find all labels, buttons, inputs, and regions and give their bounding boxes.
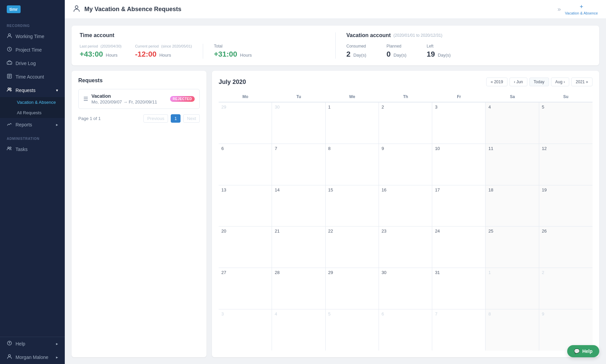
page-header: My Vacation & Absence Requests » + Vacat… (65, 0, 606, 19)
sidebar-item-project-time[interactable]: Project Time (0, 43, 65, 57)
calendar-day[interactable]: 26 (539, 226, 593, 268)
calendar-day[interactable]: 6 (219, 144, 272, 185)
last-period-block: Last period (2020/04/30) +43:00 Hours (80, 44, 121, 59)
calendar-day[interactable]: 2 (379, 102, 432, 144)
calendar-day[interactable]: 19 (539, 185, 593, 226)
next-month-button[interactable]: Aug › (551, 78, 570, 86)
calendar-day[interactable]: 23 (379, 226, 432, 268)
svg-rect-2 (7, 62, 12, 64)
svg-point-3 (8, 63, 9, 64)
calendar-day[interactable]: 9 (539, 309, 593, 351)
calendar-day[interactable]: 3 (219, 309, 272, 351)
request-menu-icon[interactable]: ☰ (83, 96, 88, 102)
calendar-day[interactable]: 29 (219, 102, 272, 144)
weekday-we: We (326, 92, 379, 102)
today-button[interactable]: Today (529, 78, 549, 86)
sidebar-item-vacation-absence[interactable]: Vacation & Absence (0, 97, 65, 108)
calendar-day[interactable]: 5 (326, 309, 379, 351)
calendar-day[interactable]: 4 (486, 102, 539, 144)
calendar-day[interactable]: 17 (432, 185, 486, 226)
calendar-day[interactable]: 7 (272, 144, 325, 185)
calendar-day[interactable]: 13 (219, 185, 272, 226)
calendar-day[interactable]: 25 (486, 226, 539, 268)
add-vacation-label: Vacation & Absence (565, 11, 598, 15)
calendar-day[interactable]: 1 (326, 102, 379, 144)
calendar-day[interactable]: 20 (219, 226, 272, 268)
current-page-button[interactable]: 1 (171, 114, 181, 123)
calendar-day[interactable]: 2 (539, 268, 593, 309)
calendar-day[interactable]: 18 (486, 185, 539, 226)
requests-chevron-icon: ▾ (56, 88, 58, 93)
calendar-day[interactable]: 4 (272, 309, 325, 351)
content-area: Time account Last period (2020/04/30) +4… (65, 19, 606, 364)
sidebar-item-drive-log[interactable]: Drive Log (0, 57, 65, 70)
header-actions: » + Vacation & Absence (557, 3, 598, 15)
sidebar-item-time-account-label: Time Account (16, 74, 44, 80)
expand-icon[interactable]: » (557, 6, 561, 13)
reports-chevron-icon: ▸ (56, 122, 58, 127)
sidebar-item-user-label: Morgan Malone (16, 355, 48, 360)
calendar-day[interactable]: 5 (539, 102, 593, 144)
prev-month-button[interactable]: ‹ Jun (509, 78, 527, 86)
calendar-day[interactable]: 3 (432, 102, 486, 144)
weekday-fr: Fr (432, 92, 486, 102)
total-label: Total (214, 44, 252, 49)
calendar-day[interactable]: 15 (326, 185, 379, 226)
calendar-day[interactable]: 6 (379, 309, 432, 351)
weekday-tu: Tu (272, 92, 325, 102)
calendar-day[interactable]: 16 (379, 185, 432, 226)
sidebar-item-tasks[interactable]: Tasks (0, 143, 65, 156)
calendar-day[interactable]: 21 (272, 226, 325, 268)
last-period-value: +43:00 Hours (80, 50, 121, 59)
time-account-card: Time account Last period (2020/04/30) +4… (72, 26, 599, 65)
calendar-day[interactable]: 11 (486, 144, 539, 185)
user-icon (7, 354, 12, 361)
help-button[interactable]: 💬 Help (567, 345, 599, 357)
sidebar-item-help[interactable]: Help ▸ (0, 337, 65, 351)
calendar-day[interactable]: 28 (272, 268, 325, 309)
calendar-day[interactable]: 12 (539, 144, 593, 185)
calendar-day[interactable]: 14 (272, 185, 325, 226)
status-badge: REJECTED (170, 96, 195, 102)
sidebar-footer: Help ▸ Morgan Malone ▸ (0, 337, 65, 364)
weekday-su: Su (539, 92, 593, 102)
calendar-day[interactable]: 1 (486, 268, 539, 309)
prev-year-button[interactable]: « 2019 (486, 78, 507, 86)
calendar-grid: Mo Tu We Th Fr Sa Su 2930123456789101112… (219, 92, 593, 351)
sidebar-item-working-time[interactable]: Working Time (0, 30, 65, 43)
calendar-panel: July 2020 « 2019 ‹ Jun Today Aug › 2021 … (212, 71, 599, 357)
calendar-day[interactable]: 27 (219, 268, 272, 309)
calendar-day[interactable]: 30 (379, 268, 432, 309)
sidebar-item-user[interactable]: Morgan Malone ▸ (0, 351, 65, 364)
next-year-button[interactable]: 2021 » (571, 78, 593, 86)
vacation-account-period: (2020/01/01 to 2020/12/31) (393, 33, 442, 38)
calendar-day[interactable]: 29 (326, 268, 379, 309)
sidebar-item-drive-log-label: Drive Log (16, 61, 36, 66)
sidebar-item-time-account[interactable]: Time Account (0, 70, 65, 84)
calendar-day[interactable]: 8 (326, 144, 379, 185)
time-account-body: Last period (2020/04/30) +43:00 Hours Cu… (80, 44, 325, 59)
calendar-day[interactable]: 30 (272, 102, 325, 144)
calendar-day[interactable]: 22 (326, 226, 379, 268)
svg-point-11 (9, 344, 10, 344)
calendar-day[interactable]: 10 (432, 144, 486, 185)
calendar-day[interactable]: 8 (486, 309, 539, 351)
last-period-label: Last period (2020/04/30) (80, 44, 121, 49)
add-vacation-button[interactable]: + Vacation & Absence (565, 3, 598, 15)
logo[interactable]: timr (0, 0, 65, 19)
bottom-section: Requests ☰ Vacation Mo, 2020/09/07 → Fr,… (72, 71, 599, 357)
calendar-weekdays: Mo Tu We Th Fr Sa Su (219, 92, 593, 102)
calendar-day[interactable]: 9 (379, 144, 432, 185)
sidebar-item-reports[interactable]: Reports ▸ (0, 118, 65, 131)
drive-log-icon (7, 60, 12, 67)
requests-submenu: Vacation & Absence All Requests (0, 97, 65, 118)
previous-button[interactable]: Previous (143, 114, 168, 123)
sidebar-item-requests[interactable]: Requests ▾ (0, 84, 65, 97)
current-period-label: Current period (since 2020/05/01) (135, 44, 192, 49)
next-button[interactable]: Next (183, 114, 200, 123)
calendar-day[interactable]: 31 (432, 268, 486, 309)
calendar-day[interactable]: 7 (432, 309, 486, 351)
vacation-account-header: Vacation account (2020/01/01 to 2020/12/… (347, 32, 591, 38)
calendar-day[interactable]: 24 (432, 226, 486, 268)
sidebar-item-all-requests[interactable]: All Requests (0, 108, 65, 118)
